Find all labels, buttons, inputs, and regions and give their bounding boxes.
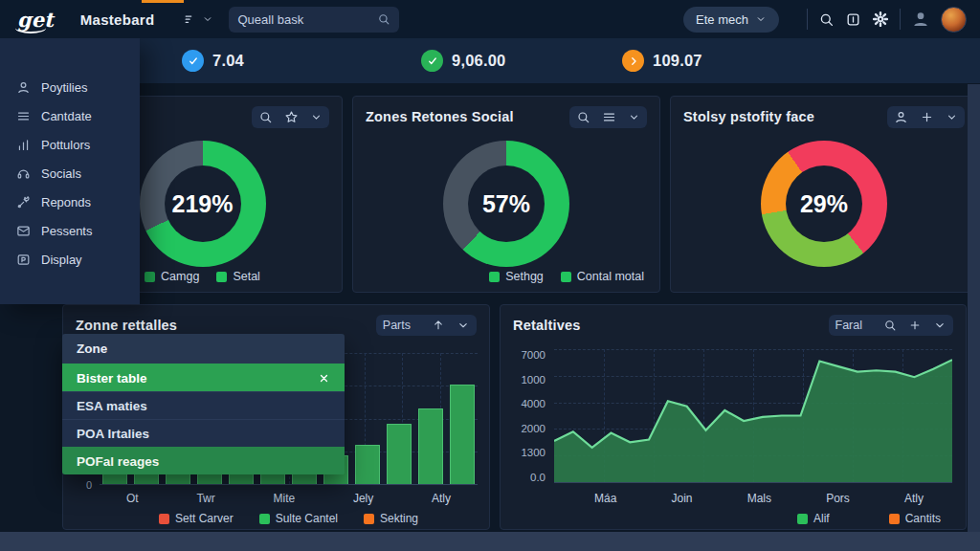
tools-icon: [16, 195, 31, 209]
sidebar-item-label: Cantdate: [41, 109, 92, 123]
bar: [102, 474, 127, 484]
list-icon: [16, 109, 31, 123]
chart-legend: Sett CarverSulte CantelSekting: [100, 512, 478, 525]
dropdown-item[interactable]: Bister table: [62, 364, 345, 391]
chevron-down-icon[interactable]: [933, 319, 947, 332]
user-icon: [894, 110, 908, 124]
dropdown-item[interactable]: POA Irtalies: [62, 419, 345, 447]
environment-select[interactable]: Ete mech: [683, 7, 779, 33]
chevron-down-icon: [933, 319, 947, 332]
search-icon[interactable]: [883, 319, 897, 332]
dropdown-item-label: ESA maties: [77, 399, 147, 413]
card-action-label[interactable]: Faral: [835, 319, 862, 332]
x-tick-label: Ot: [126, 492, 139, 505]
list-filter-menu[interactable]: [183, 12, 213, 27]
dropdown-item[interactable]: POFal reages: [62, 447, 345, 474]
chevron-down-icon: [310, 111, 323, 123]
card-title: Stolsy pstofity face: [683, 109, 814, 124]
legend-label: Cantits: [905, 512, 941, 525]
chart-legend: SethggContal motal: [353, 270, 659, 283]
sidebar-item-pottulors[interactable]: Pottulors: [0, 130, 140, 159]
list-button[interactable]: [602, 110, 616, 124]
legend-swatch: [561, 272, 571, 282]
plus-icon[interactable]: [908, 319, 922, 332]
bar: [166, 474, 190, 484]
legend-item: Sethgg: [489, 270, 544, 283]
card-toolbar: Faral: [829, 315, 953, 336]
stat-icon-badge: [182, 50, 204, 72]
stat-item: 7.04: [182, 38, 244, 83]
panel-icon[interactable]: [845, 11, 861, 28]
sidebar-item-poytilies[interactable]: Poytilies: [0, 73, 140, 101]
sidebar-item-pessents[interactable]: Pessents: [0, 216, 140, 245]
close-icon[interactable]: [318, 372, 330, 385]
legend-label: Camgg: [161, 270, 199, 283]
dropdown-item-label: Bister table: [77, 371, 147, 386]
user-icon[interactable]: [911, 10, 930, 29]
stat-icon-badge: [421, 50, 443, 72]
bar: [418, 408, 443, 484]
x-axis-labels: OtTwrMiteJelyAtly: [100, 492, 478, 505]
legend-swatch: [889, 514, 900, 524]
y-tick-label: 1000: [521, 374, 546, 386]
area-chart: 700010004000200013000.0: [512, 349, 952, 483]
star-button[interactable]: [284, 110, 299, 124]
avatar[interactable]: [941, 7, 967, 33]
app-logo: get: [17, 8, 54, 32]
headset-icon: [16, 166, 31, 181]
legend-swatch: [797, 514, 808, 524]
stats-bar: 7.049,06.00109.07: [0, 38, 980, 83]
legend-item: Setal: [216, 270, 260, 283]
legend-label: Contal motal: [577, 270, 644, 283]
search-button[interactable]: [576, 110, 590, 124]
stat-item: 109.07: [622, 38, 702, 83]
chevron-down-button[interactable]: [946, 111, 958, 123]
chevron-down-icon: [202, 13, 213, 25]
card-action-label[interactable]: Parts: [383, 319, 411, 332]
chevron-down-icon[interactable]: [457, 319, 470, 332]
plus-button[interactable]: [920, 110, 934, 124]
legend-item: Contal motal: [561, 270, 644, 283]
search-button[interactable]: [258, 110, 273, 124]
legend-item: Camgg: [145, 270, 199, 283]
card-title: Zonne rettalles: [76, 318, 177, 333]
dropdown-item-label: POA Irtalies: [77, 427, 149, 441]
bar: [450, 385, 475, 484]
stat-value: 109.07: [653, 52, 702, 70]
sidebar-item-socials[interactable]: Socials: [0, 159, 140, 187]
card-toolbar: Parts: [376, 315, 477, 336]
stat-value: 9,06.00: [452, 52, 505, 70]
y-tick-label: 4000: [521, 398, 546, 409]
sidebar-item-cantdate[interactable]: Cantdate: [0, 101, 140, 130]
chevron-right-icon: [628, 55, 639, 67]
sidebar-item-reponds[interactable]: Reponds: [0, 187, 140, 216]
arrow-up-icon[interactable]: [432, 319, 445, 332]
chevron-down-button[interactable]: [628, 111, 640, 123]
user-button[interactable]: [894, 110, 908, 124]
global-search[interactable]: [229, 7, 399, 33]
dropdown-item[interactable]: ESA maties: [62, 391, 345, 419]
search-icon: [377, 12, 390, 26]
card-toolbar: [569, 106, 647, 128]
arrow-up-icon: [432, 319, 445, 332]
plus-icon: [920, 110, 934, 124]
scrollbar-track-right[interactable]: [968, 84, 980, 532]
card-area-chart: Retaltives Faral 700010004000200013000.0…: [500, 304, 967, 530]
sidebar-item-display[interactable]: Display: [0, 245, 140, 274]
list-icon: [602, 110, 616, 124]
card-header: Zones Retones Social: [353, 97, 659, 137]
close-icon: [318, 372, 330, 385]
legend-label: Setal: [233, 270, 260, 283]
legend-label: Sulte Cantel: [276, 512, 338, 525]
gear-icon[interactable]: [872, 11, 889, 28]
environment-label: Ete mech: [696, 12, 748, 27]
search-input[interactable]: [237, 12, 377, 27]
scrollbar-track-bottom[interactable]: [0, 532, 980, 551]
x-axis-labels: MáaJoinMalsPorsAtly: [566, 492, 952, 505]
chevron-down-button[interactable]: [310, 111, 323, 123]
card-header: Retaltives Faral: [501, 305, 966, 345]
search-icon[interactable]: [818, 11, 835, 28]
mail-icon: [16, 224, 31, 238]
stat-item: 9,06.00: [421, 38, 505, 83]
donut-chart: 219%: [140, 141, 266, 267]
